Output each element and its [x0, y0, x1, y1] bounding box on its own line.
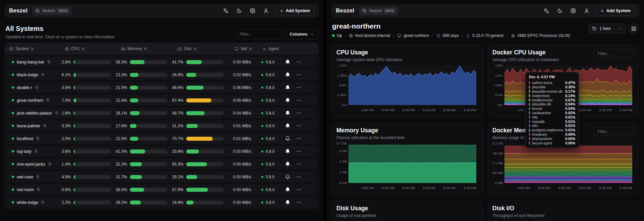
- meta-cpu-model: AMD EPYC Processor (3c/3t): [511, 33, 570, 38]
- settings-icon[interactable]: [248, 6, 257, 15]
- row-actions-icon[interactable]: [293, 110, 304, 116]
- sort-icon: ⇅: [144, 47, 147, 51]
- bell-icon[interactable]: [281, 72, 293, 77]
- row-actions-icon[interactable]: [293, 136, 304, 141]
- bell-icon[interactable]: [281, 162, 293, 167]
- chart-title: CPU Usage: [336, 49, 478, 56]
- settings-icon[interactable]: [569, 6, 578, 15]
- table-row[interactable]: red-room0.8%38.0%57.9%0.00 MB/s0.8.0: [7, 184, 316, 195]
- table-filter-input[interactable]: [236, 29, 283, 39]
- cpu-icon: [65, 47, 69, 51]
- columns-button[interactable]: Columns: [286, 29, 318, 39]
- table-row[interactable]: jack-rabbits-palace1.6%26.1%48.7%0.04 MB…: [7, 108, 316, 118]
- table-row[interactable]: localhost2.0%22.5%70.7%0.01 MB/s0.8.0: [7, 133, 316, 144]
- user-icon[interactable]: [582, 6, 591, 15]
- copy-icon[interactable]: [43, 124, 47, 128]
- search-input[interactable]: Search ctrl K: [32, 6, 72, 15]
- net-value: 0.00 MB/s: [226, 187, 258, 192]
- svg-text:5:35 PM: 5:35 PM: [443, 108, 455, 112]
- languages-icon[interactable]: [221, 6, 230, 15]
- copy-icon[interactable]: [36, 137, 40, 140]
- time-range-select[interactable]: 1 hour: [588, 24, 626, 34]
- meter-fill: [186, 137, 213, 141]
- bell-icon[interactable]: [281, 123, 293, 128]
- copy-icon[interactable]: [46, 98, 50, 102]
- layout-grid-button[interactable]: [629, 24, 639, 34]
- table-row[interactable]: double-r3.5%21.0%46.6%0.06 MB/s0.8.0: [7, 82, 316, 93]
- meter-track: [130, 149, 167, 153]
- table-row[interactable]: one-eyed-jacks1.4%32.3%55.3%0.00 MB/s0.8…: [7, 159, 316, 169]
- copy-icon[interactable]: [41, 201, 45, 204]
- copy-icon[interactable]: [34, 149, 38, 153]
- copy-icon[interactable]: [36, 175, 40, 179]
- column-header-cpu[interactable]: CPU⇅: [59, 46, 114, 51]
- memory-value: 17.6%: [114, 124, 130, 128]
- row-actions-icon[interactable]: [293, 174, 304, 179]
- system-name: black-lodge: [17, 73, 38, 77]
- container-filter-input[interactable]: [594, 127, 634, 136]
- copy-icon[interactable]: [47, 60, 51, 64]
- bell-icon[interactable]: [281, 136, 293, 141]
- bell-icon[interactable]: [281, 200, 293, 205]
- chart-title: Disk I/O: [492, 205, 634, 212]
- column-header-system[interactable]: System⇅: [9, 46, 59, 51]
- container-filter-input[interactable]: [594, 49, 634, 58]
- bell-icon[interactable]: [281, 98, 293, 103]
- bell-icon[interactable]: [281, 187, 293, 192]
- copy-icon[interactable]: [37, 188, 40, 191]
- table-row[interactable]: laura-palmer3.3%17.6%31.2%0.01 MB/s0.8.0: [7, 121, 316, 131]
- row-actions-icon[interactable]: [293, 59, 304, 64]
- column-header-memory[interactable]: Memory⇅: [114, 46, 170, 51]
- languages-icon[interactable]: [542, 6, 551, 15]
- table-row[interactable]: great-northern7.0%22.4%67.4%0.05 MB/s0.8…: [7, 95, 316, 105]
- search-input[interactable]: Search ctrl K: [359, 6, 398, 15]
- memory-value: 31.7%: [114, 175, 130, 179]
- row-actions-icon[interactable]: [293, 123, 304, 128]
- copy-icon[interactable]: [55, 111, 58, 115]
- series-color-marker: [529, 98, 530, 101]
- table-row[interactable]: black-lodge6.1%23.3%26.9%0.02 MB/s0.8.0: [7, 70, 316, 80]
- docker-memory-chart: 2.2 GB1.65 GB1.1 GB550 MB0 MB4:55 PM5:05…: [492, 142, 634, 192]
- cpu-value: 4.9%: [59, 175, 73, 179]
- bell-icon[interactable]: [281, 59, 293, 64]
- row-actions-icon[interactable]: [293, 200, 304, 205]
- row-actions-icon[interactable]: [293, 85, 304, 90]
- bell-icon[interactable]: [281, 110, 293, 116]
- table-row[interactable]: bang-bang-bar2.8%39.3%41.7%0.00 MB/s0.8.…: [7, 57, 316, 67]
- row-actions-icon[interactable]: [293, 149, 304, 154]
- bell-icon[interactable]: [281, 174, 293, 179]
- svg-text:1.1 GB: 1.1 GB: [492, 161, 503, 165]
- cpu-value: 6.1%: [59, 73, 73, 77]
- row-actions-icon[interactable]: [293, 72, 304, 77]
- meter-track: [186, 162, 224, 166]
- monitor-icon: [397, 34, 401, 38]
- bell-icon[interactable]: [281, 85, 293, 90]
- copy-icon[interactable]: [48, 162, 52, 166]
- column-header-disk[interactable]: Disk⇅: [170, 46, 226, 51]
- detail-head: great-northern Uphost.docker.internalgre…: [327, 17, 644, 38]
- cpu-value: 7.0%: [59, 98, 73, 103]
- moon-icon[interactable]: [235, 6, 244, 15]
- user-icon[interactable]: [262, 6, 270, 15]
- row-actions-icon[interactable]: [293, 187, 304, 192]
- meter-track: [130, 162, 167, 166]
- row-actions-icon[interactable]: [293, 98, 304, 103]
- copy-icon[interactable]: [41, 73, 45, 77]
- table-row[interactable]: white-lodge2.2%29.2%19.8%0.00 MB/s0.8.0: [7, 197, 316, 208]
- bell-icon[interactable]: [281, 149, 293, 154]
- add-system-button[interactable]: Add System: [275, 6, 314, 16]
- meter-fill: [186, 73, 196, 77]
- row-actions-icon[interactable]: [293, 162, 304, 167]
- column-header-net[interactable]: Net⇅: [226, 46, 258, 51]
- table-row[interactable]: owl-cave4.9%31.7%29.2%0.00 MB/s0.8.0: [7, 172, 316, 182]
- table-row[interactable]: log-lady3.6%41.0%33.8%0.00 MB/s0.8.0: [7, 146, 316, 157]
- svg-text:1.6%: 1.6%: [495, 64, 503, 67]
- system-name: log-lady: [17, 149, 32, 154]
- moon-icon[interactable]: [555, 6, 564, 15]
- add-system-button[interactable]: Add System: [596, 6, 635, 16]
- agent-version: 0.8.0: [266, 136, 275, 141]
- meter-fill: [73, 86, 75, 90]
- copy-icon[interactable]: [35, 86, 39, 89]
- meter-track: [130, 111, 167, 115]
- agent-version: 0.8.0: [266, 111, 275, 116]
